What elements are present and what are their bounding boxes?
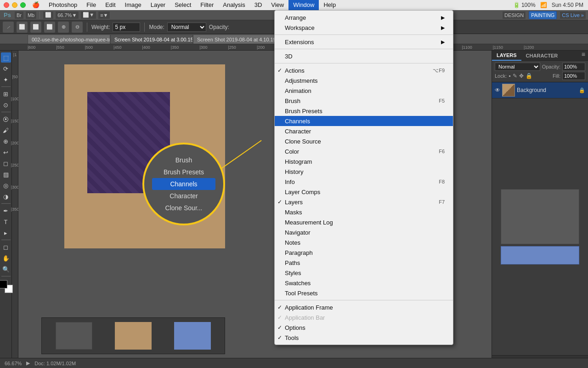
menu-character[interactable]: Character xyxy=(275,126,453,136)
menu-view[interactable]: View xyxy=(266,0,288,10)
painting-btn[interactable]: PAINTING xyxy=(529,11,557,19)
menu-histogram[interactable]: Histogram xyxy=(275,156,453,167)
window-dropdown-menu[interactable]: Arrange ▶ Workspace ▶ Extensions ▶ 3D ✓ xyxy=(274,10,453,345)
menu-navigator[interactable]: Navigator xyxy=(275,227,453,237)
panel-menu-btn[interactable]: ≡ xyxy=(579,51,588,60)
design-btn[interactable]: DESIGN xyxy=(502,11,526,19)
wifi-icon: 📶 xyxy=(540,2,547,8)
mode-dropdown[interactable]: Normal xyxy=(167,23,206,32)
menu-edit[interactable]: Edit xyxy=(101,0,120,10)
menu-animation[interactable]: Animation xyxy=(275,86,453,96)
zoom-btn[interactable]: 66.7%▼ xyxy=(55,11,79,19)
tool-pen[interactable]: ✒ xyxy=(1,206,11,216)
menu-extensions[interactable]: Extensions ▶ xyxy=(275,37,453,47)
minimize-button[interactable] xyxy=(12,2,17,8)
blend-mode-dropdown[interactable]: Normal xyxy=(495,63,540,71)
screen-mode-btn[interactable]: ⬜ xyxy=(43,11,54,19)
menu-info[interactable]: Info F8 xyxy=(275,177,453,187)
menu-swatches[interactable]: Swatches xyxy=(275,278,453,288)
lock-position-icon[interactable]: ✥ xyxy=(519,73,524,79)
menu-notes[interactable]: Notes xyxy=(275,237,453,247)
tool-dodge[interactable]: ◑ xyxy=(1,191,11,201)
menu-tool-presets[interactable]: Tool Presets xyxy=(275,288,453,298)
tab-layers[interactable]: LAYERS xyxy=(492,51,521,61)
menu-paragraph[interactable]: Paragraph xyxy=(275,247,453,258)
mini-bridge-btn[interactable]: Mb xyxy=(25,11,37,19)
lock-image-icon[interactable]: ✎ xyxy=(513,73,517,79)
tool-magic-wand[interactable]: ✦ xyxy=(1,75,11,85)
menu-styles[interactable]: Styles xyxy=(275,268,453,278)
tool-blur[interactable]: ◎ xyxy=(1,180,11,190)
tool-lasso[interactable]: ⟳ xyxy=(1,63,11,74)
menu-options[interactable]: ✓ Options xyxy=(275,322,453,333)
menu-adjustments[interactable]: Adjustments xyxy=(275,75,453,86)
tool-shape[interactable]: ◻ xyxy=(1,242,11,252)
arrange-btn[interactable]: ⬜▼ xyxy=(80,11,96,19)
weight-input[interactable] xyxy=(113,23,140,32)
opacity-input[interactable] xyxy=(562,63,585,71)
lock-all-icon[interactable]: 🔒 xyxy=(526,73,532,79)
menu-clone-source[interactable]: Clone Source xyxy=(275,136,453,146)
tool-eraser[interactable]: ◻ xyxy=(1,158,11,168)
menu-3d[interactable]: 3D xyxy=(275,51,453,61)
foreground-color[interactable] xyxy=(0,280,7,288)
layer-row-background[interactable]: 👁 Background 🔒 xyxy=(492,82,588,98)
menu-channels[interactable]: Channels xyxy=(275,116,453,126)
menu-paths[interactable]: Paths xyxy=(275,258,453,268)
tool-clone[interactable]: ⊕ xyxy=(1,136,11,146)
menu-file[interactable]: File xyxy=(82,0,101,10)
menu-arrange[interactable]: Arrange ▶ xyxy=(275,12,453,23)
menu-apple[interactable]: 🍎 xyxy=(28,0,44,10)
menu-layer[interactable]: Layer xyxy=(146,0,170,10)
menu-layers[interactable]: ✓ Layers F7 xyxy=(275,197,453,207)
cslive-btn[interactable]: CS Live » xyxy=(560,11,586,19)
status-arrow[interactable]: ▶ xyxy=(26,360,30,366)
status-bar: 66.67% ▶ Doc: 1.02M/1.02M xyxy=(0,358,588,368)
window-controls[interactable] xyxy=(4,2,26,8)
menu-analysis[interactable]: Analysis xyxy=(218,0,249,10)
close-button[interactable] xyxy=(4,2,9,8)
tab-character[interactable]: CHARACTER xyxy=(521,51,563,61)
menu-photoshop[interactable]: Photoshop xyxy=(44,0,82,10)
fill-input[interactable] xyxy=(562,72,585,80)
menu-image[interactable]: Image xyxy=(120,0,146,10)
menu-layer-comps[interactable]: Layer Comps xyxy=(275,187,453,197)
menu-select[interactable]: Select xyxy=(170,0,196,10)
menu-workspace[interactable]: Workspace ▶ xyxy=(275,23,453,33)
tab-1[interactable]: 002-use-the-photoshop-marquee-tool-16976… xyxy=(28,34,110,44)
menu-3d[interactable]: 3D xyxy=(250,0,267,10)
magnifier-item-character: Character xyxy=(152,190,215,202)
tab-3[interactable]: Screen Shot 2019-08-04 at 4.10.19 PM.jpg… xyxy=(193,34,276,44)
menu-measurement-log[interactable]: Measurement Log xyxy=(275,217,453,227)
menu-masks[interactable]: Masks xyxy=(275,207,453,217)
lock-transparent-icon[interactable]: ▪ xyxy=(509,73,510,79)
extras-btn[interactable]: ≡▼ xyxy=(98,11,110,19)
color-swatches[interactable] xyxy=(0,280,13,293)
tool-crop[interactable]: ⊞ xyxy=(1,89,11,99)
tool-gradient[interactable]: ▨ xyxy=(1,169,11,179)
tool-hand[interactable]: ✋ xyxy=(1,253,11,263)
tool-brush[interactable]: 🖌 xyxy=(1,125,11,135)
menu-history[interactable]: History xyxy=(275,167,453,177)
tool-zoom[interactable]: 🔍 xyxy=(1,264,11,274)
maximize-button[interactable] xyxy=(20,2,26,8)
layer-visibility-icon[interactable]: 👁 xyxy=(495,87,500,93)
menu-color[interactable]: Color F6 xyxy=(275,146,453,156)
menu-brush[interactable]: Brush F5 xyxy=(275,96,453,106)
menu-tools[interactable]: ✓ Tools xyxy=(275,333,453,343)
tool-path-select[interactable]: ▸ xyxy=(1,228,11,238)
tool-marquee[interactable]: ⬚ xyxy=(1,52,11,63)
bridge-btn[interactable]: Br xyxy=(14,11,24,19)
tool-spot-heal[interactable]: ⦿ xyxy=(1,114,11,124)
menu-application-frame[interactable]: ✓ Application Frame xyxy=(275,302,453,312)
menu-actions[interactable]: ✓ Actions ⌥F9 xyxy=(275,65,453,75)
menu-brush-presets[interactable]: Brush Presets xyxy=(275,106,453,116)
menu-filter[interactable]: Filter xyxy=(196,0,218,10)
tab-2[interactable]: Screen Shot 2019-08-04 at 3.00.15 PM.jpg… xyxy=(110,34,193,44)
tool-text[interactable]: T xyxy=(1,217,11,227)
ps-logo: Ps xyxy=(2,12,13,18)
menu-window[interactable]: Window xyxy=(288,0,319,10)
tool-history-brush[interactable]: ↩ xyxy=(1,147,11,157)
tool-eyedropper[interactable]: ⊙ xyxy=(1,100,11,110)
menu-help[interactable]: Help xyxy=(319,0,340,10)
